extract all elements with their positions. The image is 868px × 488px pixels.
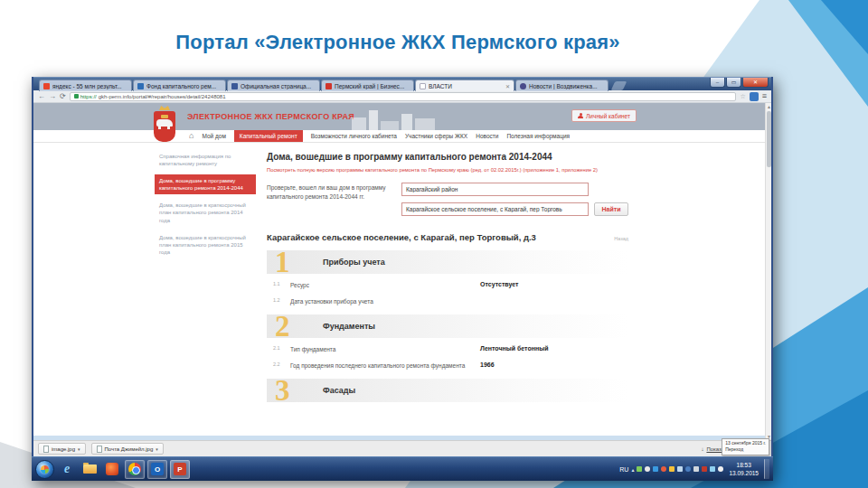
new-tab-button[interactable] — [611, 81, 627, 90]
sidebar-item-reference-info[interactable]: Справочная информация по капитальному ре… — [155, 150, 256, 170]
tray-expand-icon[interactable]: ▴ — [631, 466, 634, 473]
maximize-button[interactable]: ▭ — [726, 78, 741, 88]
district-input[interactable] — [401, 183, 589, 196]
file-explorer-icon[interactable] — [80, 460, 99, 479]
find-button[interactable]: Найти — [594, 202, 628, 216]
sidebar-item-program-2014-2044[interactable]: Дома, вошедшие в программу капитального … — [155, 174, 256, 194]
section-number: 2 — [275, 313, 290, 341]
scrollbar-thumb[interactable] — [767, 111, 771, 167]
chrome-icon[interactable] — [125, 460, 145, 479]
bear-icon — [156, 119, 173, 127]
reload-icon[interactable]: ⟳ — [60, 93, 66, 100]
result-title: Карагайское сельское поселение, с Карага… — [267, 232, 536, 242]
row-number: 1.2 — [267, 297, 290, 305]
browser-tab[interactable]: Пермский край | Бизнес... — [321, 80, 414, 91]
home-icon[interactable]: ⌂ — [189, 132, 193, 140]
tray-icon[interactable] — [669, 466, 675, 472]
file-icon — [43, 446, 49, 453]
tray-icon[interactable] — [653, 466, 658, 472]
nav-item-news[interactable]: Новости — [476, 133, 498, 139]
browser-tab[interactable]: Фонд капитального рем... — [133, 80, 226, 91]
taskbar-clock[interactable]: 18:53 13.09.2015 — [729, 461, 759, 478]
tray-icon[interactable] — [685, 466, 691, 472]
download-item[interactable]: image.jpg ▾ — [38, 443, 86, 455]
tab-label: Официальная страница... — [241, 83, 316, 89]
section-rows: 1.1 Ресурс Отсутствует 1.2 Дата установк… — [267, 274, 628, 306]
browser-tab[interactable]: яндекс - 55 млн результ... — [39, 80, 132, 91]
app-icon-orange[interactable] — [102, 460, 122, 479]
downloads-bar-right: ↓ Показать все загрузки... 13 сентября 2… — [701, 446, 767, 452]
site-header: ЭЛЕКТРОННОЕ ЖКХ ПЕРМСКОГО КРАЯ Личный ка… — [33, 103, 771, 130]
browser-tab[interactable]: Официальная страница... — [227, 80, 320, 91]
chevron-down-icon[interactable]: ▾ — [78, 446, 80, 452]
internet-explorer-icon[interactable]: e — [57, 460, 77, 479]
file-icon — [97, 446, 102, 453]
nav-item-my-house[interactable]: Мой дом — [202, 133, 225, 139]
sidebar-item-plan-2015[interactable]: Дома, вошедшие в краткосрочный план капи… — [155, 231, 256, 258]
tab-favicon — [420, 83, 426, 89]
download-item[interactable]: Почта Джимейл.jpg ▾ — [91, 443, 164, 455]
powerpoint-icon[interactable]: P — [170, 460, 190, 479]
section-number: 1 — [275, 249, 290, 277]
download-arrow-icon: ↓ — [701, 446, 703, 452]
building-shape — [352, 117, 366, 130]
tray-icon[interactable] — [677, 466, 683, 472]
section-metering-devices: 1 Приборы учета 1.1 Ресурс Отсутствует — [267, 250, 628, 306]
perm-krai-logo — [153, 106, 176, 143]
language-indicator[interactable]: RU — [619, 466, 628, 473]
row-label: Ресурс — [290, 281, 480, 289]
vertical-scrollbar[interactable]: ▲ ▼ — [765, 103, 771, 440]
close-button[interactable]: ✕ — [742, 78, 769, 88]
tab-favicon — [326, 83, 332, 89]
nav-item-info[interactable]: Полезная информация — [506, 133, 570, 139]
row-number: 2.1 — [267, 345, 290, 353]
nav-item-participants[interactable]: Участники сферы ЖКХ — [405, 133, 467, 139]
tray-icon[interactable] — [661, 466, 666, 472]
downloads-bar: image.jpg ▾ Почта Джимейл.jpg ▾ ↓ Показа… — [33, 440, 771, 456]
browser-tab[interactable]: Новости | Воздвиженка... — [515, 80, 609, 91]
sidebar-item-plan-2014[interactable]: Дома, вошедшие в краткосрочный план капи… — [155, 199, 256, 226]
buildings-silhouette — [352, 110, 435, 130]
clock-date: 13.09.2015 — [729, 469, 759, 477]
outlook-icon[interactable]: O — [147, 460, 167, 479]
row-label: Год проведения последнего капитального р… — [290, 361, 480, 370]
menu-icon[interactable]: ≡ — [762, 92, 767, 100]
section-title: Приборы учета — [323, 258, 385, 267]
crown-icon — [159, 106, 170, 110]
start-button[interactable] — [35, 460, 54, 479]
tooltip-action: Переход — [725, 446, 766, 454]
coat-of-arms — [154, 111, 175, 142]
section-facades: 3 Фасады — [267, 379, 628, 402]
tray-icon[interactable] — [693, 466, 699, 472]
address-bar[interactable]: https:// gkh-perm.info/portal/#/repair/h… — [70, 92, 737, 101]
tooltip-date: 13 сентября 2015 г. — [725, 440, 766, 447]
building-shape — [369, 110, 378, 130]
forward-icon[interactable]: → — [49, 93, 56, 100]
show-desktop-button[interactable] — [764, 459, 769, 479]
back-link[interactable]: Назад — [614, 236, 628, 241]
minimize-button[interactable]: – — [710, 78, 725, 88]
gospel-icon — [161, 115, 168, 118]
tab-favicon — [43, 83, 50, 89]
tray-icon[interactable] — [637, 466, 642, 472]
account-button[interactable]: Личный кабинет — [571, 109, 637, 122]
tray-icon[interactable] — [710, 466, 715, 472]
tray-icon[interactable] — [702, 466, 707, 472]
tray-icon[interactable] — [718, 466, 723, 472]
program-full-version-link[interactable]: Посмотреть полную версию программы капит… — [267, 167, 628, 173]
house-search-form: Проверьте, вошел ли ваш дом в программу … — [267, 183, 628, 216]
back-icon[interactable]: ← — [38, 93, 45, 100]
nav-item-capital-repair[interactable]: Капитальный ремонт — [234, 130, 303, 142]
nav-item-account-features[interactable]: Возможности личного кабинета — [311, 133, 397, 139]
scroll-up-icon[interactable]: ▲ — [766, 103, 771, 110]
window-controls: – ▭ ✕ — [710, 78, 769, 88]
tab-close-icon[interactable]: ✕ — [505, 83, 510, 89]
tab-label: Пермский край | Бизнес... — [335, 83, 410, 89]
extension-icon[interactable] — [750, 92, 759, 101]
settlement-input[interactable] — [401, 202, 589, 216]
chevron-down-icon[interactable]: ▾ — [156, 446, 158, 452]
row-number: 2.2 — [267, 361, 290, 370]
bookmark-star-icon[interactable]: ☆ — [740, 93, 745, 100]
tray-icon[interactable] — [645, 466, 650, 472]
browser-tab-active[interactable]: ВЛАСТИ ✕ — [415, 80, 514, 91]
